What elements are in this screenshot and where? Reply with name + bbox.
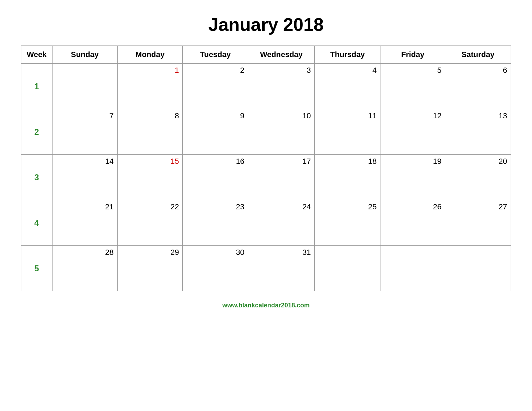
day-cell: 7 (52, 109, 117, 155)
day-number: 6 (449, 66, 507, 75)
day-number: 18 (318, 157, 377, 166)
day-number: 27 (449, 202, 507, 211)
header-thursday: Thursday (315, 46, 380, 64)
day-number: 8 (121, 111, 179, 120)
day-number: 15 (121, 157, 179, 166)
day-number: 5 (384, 66, 441, 75)
header-saturday: Saturday (445, 46, 511, 64)
day-cell: 16 (183, 155, 248, 200)
day-number: 25 (318, 202, 377, 211)
day-number: 9 (186, 111, 244, 120)
calendar-table: WeekSundayMondayTuesdayWednesdayThursday… (21, 46, 511, 291)
day-cell: 9 (183, 109, 248, 155)
day-cell: 23 (183, 200, 248, 246)
day-cell: 22 (117, 200, 183, 246)
day-cell: 5 (380, 64, 445, 109)
week-row-4: 421222324252627 (21, 200, 511, 246)
day-number: 1 (121, 66, 179, 75)
week-number-5: 5 (21, 246, 52, 291)
day-number: 29 (121, 248, 179, 257)
day-cell: 18 (315, 155, 380, 200)
day-cell: 13 (445, 109, 511, 155)
header-wednesday: Wednesday (248, 46, 315, 64)
day-number: 12 (384, 111, 441, 120)
day-cell: 2 (183, 64, 248, 109)
day-cell: 6 (445, 64, 511, 109)
day-number: 28 (56, 248, 114, 257)
day-cell: 21 (52, 200, 117, 246)
day-cell: 1 (117, 64, 183, 109)
header-friday: Friday (380, 46, 445, 64)
day-cell: 31 (248, 246, 315, 291)
day-number: 26 (384, 202, 441, 211)
day-cell: 24 (248, 200, 315, 246)
day-number: 7 (56, 111, 114, 120)
day-number: 17 (252, 157, 311, 166)
day-number: 24 (252, 202, 311, 211)
day-cell: 10 (248, 109, 315, 155)
header-tuesday: Tuesday (183, 46, 248, 64)
header-sunday: Sunday (52, 46, 117, 64)
week-row-1: 1123456 (21, 64, 511, 109)
page-title: January 2018 (208, 14, 324, 35)
day-cell: 11 (315, 109, 380, 155)
day-cell: 30 (183, 246, 248, 291)
day-cell (380, 246, 445, 291)
day-cell: 17 (248, 155, 315, 200)
week-row-5: 528293031 (21, 246, 511, 291)
day-cell: 3 (248, 64, 315, 109)
week-row-2: 278910111213 (21, 109, 511, 155)
day-cell (445, 246, 511, 291)
day-cell (315, 246, 380, 291)
day-cell: 19 (380, 155, 445, 200)
day-cell: 20 (445, 155, 511, 200)
day-number: 3 (252, 66, 311, 75)
week-row-3: 314151617181920 (21, 155, 511, 200)
day-number: 11 (318, 111, 377, 120)
day-number: 13 (449, 111, 507, 120)
week-number-4: 4 (21, 200, 52, 246)
day-cell: 25 (315, 200, 380, 246)
day-cell: 26 (380, 200, 445, 246)
day-number: 10 (252, 111, 311, 120)
day-cell: 28 (52, 246, 117, 291)
day-number: 2 (186, 66, 244, 75)
day-cell: 29 (117, 246, 183, 291)
header-week: Week (21, 46, 52, 64)
day-number: 31 (252, 248, 311, 257)
day-number: 19 (384, 157, 441, 166)
week-number-2: 2 (21, 109, 52, 155)
day-number: 21 (56, 202, 114, 211)
header-row: WeekSundayMondayTuesdayWednesdayThursday… (21, 46, 511, 64)
day-number: 16 (186, 157, 244, 166)
day-cell: 4 (315, 64, 380, 109)
day-number: 14 (56, 157, 114, 166)
week-number-3: 3 (21, 155, 52, 200)
day-cell: 27 (445, 200, 511, 246)
footer-link[interactable]: www.blankcalendar2018.com (222, 302, 309, 309)
day-number: 30 (186, 248, 244, 257)
day-cell: 14 (52, 155, 117, 200)
day-number: 4 (318, 66, 377, 75)
day-cell (52, 64, 117, 109)
day-number: 22 (121, 202, 179, 211)
website-link[interactable]: www.blankcalendar2018.com (222, 302, 309, 309)
header-monday: Monday (117, 46, 183, 64)
day-cell: 15 (117, 155, 183, 200)
day-cell: 8 (117, 109, 183, 155)
week-number-1: 1 (21, 64, 52, 109)
day-number: 20 (449, 157, 507, 166)
day-number: 23 (186, 202, 244, 211)
day-cell: 12 (380, 109, 445, 155)
